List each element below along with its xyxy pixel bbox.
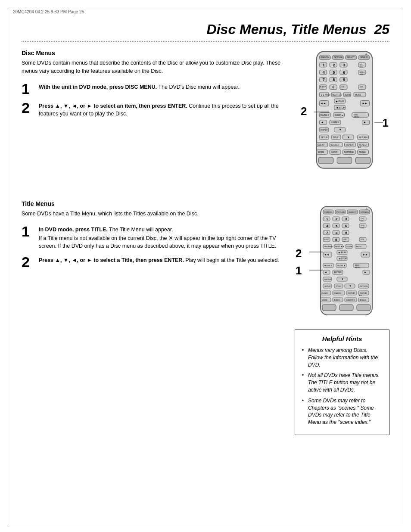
disc-menus-steps: 1 With the unit in DVD mode, press DISC … [22, 81, 290, 118]
title-step-1-text: In DVD mode, press TITLE. The Title Menu… [39, 224, 286, 250]
page-title: Disc Menus, Title Menus 25 [207, 22, 389, 37]
hint-3: Some DVDs may refer to Chapters as "scen… [302, 397, 382, 426]
disc-step-1-number: 1 [22, 81, 34, 96]
page-border-bottom [8, 524, 403, 524]
disc-menus-title: Disc Menus [22, 50, 290, 56]
title-callout-lines [295, 200, 385, 325]
title-menus-right: 2 1 PWR/ON PICTURE [295, 200, 389, 435]
page-border-top [8, 8, 403, 8]
title-menus-intro: Some DVDs have a Title Menu, which lists… [22, 210, 286, 218]
page-border-right [403, 8, 403, 524]
disc-menus-left: Disc Menus Some DVDs contain menus that … [22, 50, 290, 170]
disc-remote-container: 2 1 PWR/ON PICTURE [299, 50, 389, 170]
disc-menus-intro: Some DVDs contain menus that describe th… [22, 59, 290, 75]
helpful-hints-list: Menus vary among Discs. Follow the infor… [302, 347, 382, 426]
disc-menus-section: Disc Menus Some DVDs contain menus that … [22, 50, 389, 170]
title-menus-steps: 1 In DVD mode, press TITLE. The Title Me… [22, 224, 286, 269]
title-step-2-number: 2 [22, 255, 34, 269]
title-menus-left: Title Menus Some DVDs have a Title Menu,… [22, 200, 286, 435]
title-step-2-text: Press ▲, ▼, ◄, or ► to select a Title, t… [39, 255, 279, 264]
x-symbol: ✕ [168, 235, 173, 241]
title-remote-container: 2 1 PWR/ON PICTURE [295, 200, 385, 321]
disc-callout-lines [299, 50, 389, 174]
section-spacer [22, 183, 389, 192]
title-menus-section: Title Menus Some DVDs have a Title Menu,… [22, 200, 389, 435]
title-menus-title: Title Menus [22, 200, 286, 207]
page-title-area: Disc Menus, Title Menus 25 [0, 0, 411, 41]
disc-step-2: 2 Press ▲, ▼, ◄, or ► to select an item,… [22, 100, 290, 118]
helpful-hints-box: Helpful Hints Menus vary among Discs. Fo… [295, 330, 389, 435]
disc-step-2-number: 2 [22, 100, 34, 115]
main-content: Disc Menus Some DVDs contain menus that … [0, 50, 411, 435]
hint-1: Menus vary among Discs. Follow the infor… [302, 347, 382, 368]
title-step-1: 1 In DVD mode, press TITLE. The Title Me… [22, 224, 286, 250]
disc-step-1-text: With the unit in DVD mode, press DISC ME… [39, 81, 240, 91]
hint-2: Not all DVDs have Title menus. The TITLE… [302, 372, 382, 393]
helpful-hints-title: Helpful Hints [302, 335, 382, 342]
dot-divider [22, 41, 389, 42]
title-step-1-number: 1 [22, 224, 34, 239]
file-info: 20MC4204 04.2.25 9:33 PM Page 25 [13, 9, 84, 14]
title-step-2: 2 Press ▲, ▼, ◄, or ► to select a Title,… [22, 255, 286, 269]
disc-step-1: 1 With the unit in DVD mode, press DISC … [22, 81, 290, 96]
disc-step-2-text: Press ▲, ▼, ◄, or ► to select an item, t… [39, 100, 290, 118]
page-border-left [8, 8, 8, 524]
